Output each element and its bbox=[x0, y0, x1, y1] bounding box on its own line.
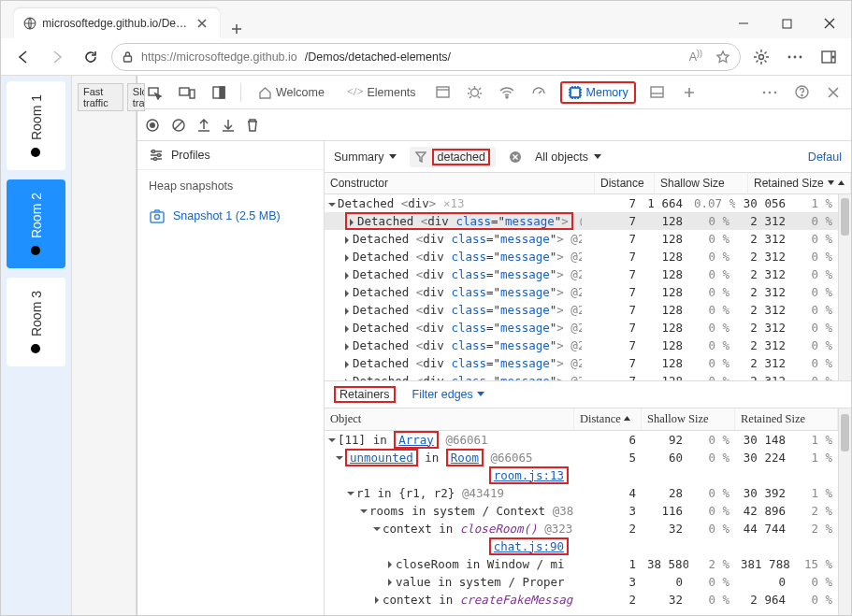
performance-icon[interactable] bbox=[528, 82, 549, 103]
device-icon[interactable] bbox=[177, 82, 197, 103]
new-tab-button[interactable] bbox=[227, 20, 246, 38]
read-aloud-icon[interactable]: A)) bbox=[689, 49, 702, 64]
retainer-row[interactable]: unmounted in Room @660655600 %30 2241 % bbox=[325, 449, 838, 466]
scrollbar[interactable] bbox=[838, 408, 851, 616]
snapshot-item[interactable]: Snapshot 1 (2.5 MB) bbox=[137, 202, 324, 230]
retainer-row[interactable]: rooms in system / Context @3831160 %42 8… bbox=[325, 502, 838, 520]
close-icon[interactable] bbox=[194, 14, 210, 33]
room-button[interactable]: Room 1 bbox=[7, 81, 65, 170]
tab-elements[interactable]: </> Elements bbox=[341, 81, 422, 103]
scope-label: All objects bbox=[535, 150, 588, 164]
inspect-icon[interactable] bbox=[145, 82, 166, 103]
settings-icon[interactable] bbox=[748, 44, 774, 70]
tab-welcome[interactable]: Welcome bbox=[253, 82, 330, 103]
minimize-button[interactable] bbox=[722, 8, 765, 38]
retainer-row[interactable]: value in system / Proper300 %00 % bbox=[325, 573, 838, 591]
clear-filter-icon[interactable] bbox=[509, 150, 522, 164]
dock-icon[interactable] bbox=[209, 82, 229, 103]
sidebar-toggle-icon[interactable] bbox=[816, 44, 842, 70]
table-row[interactable]: Detached <div class="message"> @20867128… bbox=[325, 265, 838, 283]
svg-point-31 bbox=[155, 215, 160, 220]
tab-elements-label: Elements bbox=[367, 86, 415, 99]
filter-icon bbox=[415, 151, 426, 163]
source-link[interactable]: room.js:13 bbox=[494, 468, 564, 482]
svg-point-28 bbox=[158, 154, 161, 157]
close-window-button[interactable] bbox=[808, 8, 851, 38]
snapshots-panel: Profiles Heap snapshots Snapshot 1 (2.5 … bbox=[137, 141, 325, 615]
default-link[interactable]: Defaul bbox=[808, 150, 842, 164]
table-group-row[interactable]: Detached <div> ×1371 6640.07 %30 0561 % bbox=[325, 194, 838, 212]
col-shallow[interactable]: Shallow Size bbox=[655, 173, 748, 193]
svg-rect-10 bbox=[180, 88, 189, 95]
table-row[interactable]: Detached <div class="message"> @20977128… bbox=[325, 319, 838, 337]
retainer-row[interactable]: r1 in {r1, r2} @434194280 %30 3921 % bbox=[325, 484, 838, 502]
svg-rect-1 bbox=[783, 20, 791, 28]
fast-traffic-button[interactable]: Fast traffic bbox=[78, 83, 123, 111]
close-devtools-icon[interactable] bbox=[823, 82, 844, 103]
room-label: Room 1 bbox=[29, 94, 44, 140]
col-constructor[interactable]: Constructor bbox=[325, 173, 595, 193]
retainers-tab[interactable]: Retainers bbox=[334, 386, 396, 403]
col-retained[interactable]: Retained Size bbox=[754, 177, 824, 190]
view-select[interactable]: Summary bbox=[334, 150, 397, 164]
table-row[interactable]: Detached <div class="message"> @20847128… bbox=[325, 248, 838, 265]
more-tools-icon[interactable] bbox=[759, 82, 780, 103]
room-button[interactable]: Room 3 bbox=[7, 278, 65, 366]
room-button[interactable]: Room 2 bbox=[7, 179, 65, 268]
forward-button bbox=[44, 44, 70, 70]
col-distance[interactable]: Distance bbox=[595, 173, 655, 193]
refresh-button[interactable] bbox=[78, 44, 104, 70]
class-filter[interactable]: detached bbox=[410, 147, 495, 167]
table-header: Constructor Distance Shallow Size Retain… bbox=[325, 173, 851, 194]
table-row[interactable]: Detached <div class="message"> @20827128… bbox=[325, 230, 838, 248]
svg-point-16 bbox=[506, 96, 508, 98]
svg-point-21 bbox=[774, 91, 777, 93]
export-icon[interactable] bbox=[197, 118, 210, 133]
lock-icon bbox=[122, 50, 134, 63]
devtools-panel: Welcome </> Elements Memory bbox=[137, 76, 851, 615]
record-icon[interactable] bbox=[145, 118, 160, 133]
filter-edges[interactable]: Filter edges bbox=[412, 388, 484, 401]
svg-point-23 bbox=[801, 94, 801, 95]
retainer-row[interactable]: closeRoom in Window / mi138 5802 %381 78… bbox=[325, 555, 838, 573]
table-row[interactable]: Detached <div class="message"> @21057128… bbox=[325, 354, 838, 372]
slow-traffic-button[interactable]: Slow tra bbox=[127, 83, 145, 111]
tab-memory[interactable]: Memory bbox=[560, 81, 636, 104]
retainer-link-row[interactable]: room.js:13 bbox=[325, 466, 838, 484]
address-bar[interactable]: https://microsoftedge.github.io/Demos/de… bbox=[111, 43, 741, 71]
col-object[interactable]: Object bbox=[325, 408, 574, 430]
table-row[interactable]: Detached <div class="message"> @20817128… bbox=[325, 212, 838, 230]
add-tab-icon[interactable] bbox=[679, 82, 700, 103]
scope-select[interactable]: All objects bbox=[535, 150, 601, 164]
table-row[interactable]: Detached <div class="message"> @21097128… bbox=[325, 372, 838, 380]
retainer-row[interactable]: context in createFakeMessag2320 %2 9640 … bbox=[325, 591, 838, 609]
drawer-icon[interactable] bbox=[647, 82, 668, 103]
bug-icon[interactable] bbox=[465, 82, 485, 103]
col-retained-r[interactable]: Retained Size bbox=[735, 408, 838, 430]
table-row[interactable]: Detached <div class="message"> @21007128… bbox=[325, 337, 838, 354]
scrollbar[interactable] bbox=[838, 194, 851, 380]
back-button[interactable] bbox=[10, 44, 36, 70]
source-link[interactable]: chat.js:90 bbox=[494, 539, 564, 553]
table-row[interactable]: Detached <div class="message"> @20897128… bbox=[325, 283, 838, 301]
status-dot-icon bbox=[32, 246, 41, 255]
retainer-link-row[interactable]: chat.js:90 bbox=[325, 537, 838, 555]
maximize-button[interactable] bbox=[765, 8, 808, 38]
table-row[interactable]: Detached <div class="message"> @20937128… bbox=[325, 301, 838, 319]
app-tab-icon[interactable] bbox=[433, 82, 454, 103]
retainer-row[interactable]: context in closeRoom() @3232320 %44 7442… bbox=[325, 520, 838, 537]
delete-icon[interactable] bbox=[246, 118, 259, 133]
svg-point-27 bbox=[152, 150, 155, 153]
favorite-icon[interactable] bbox=[715, 50, 730, 64]
svg-point-6 bbox=[800, 55, 802, 58]
browser-tab[interactable]: microsoftedge.github.io/Demos/d bbox=[14, 8, 220, 38]
retainer-row[interactable]: [11] in Array @660616920 %30 1481 % bbox=[325, 431, 838, 449]
import-icon[interactable] bbox=[222, 118, 235, 133]
more-icon[interactable] bbox=[782, 44, 808, 70]
col-distance-r[interactable]: Distance bbox=[580, 412, 621, 426]
clear-icon[interactable] bbox=[171, 118, 186, 133]
help-icon[interactable] bbox=[791, 82, 812, 103]
col-shallow-r[interactable]: Shallow Size bbox=[642, 408, 735, 430]
chevron-down-icon bbox=[389, 154, 397, 160]
wifi-icon[interactable] bbox=[497, 82, 517, 103]
